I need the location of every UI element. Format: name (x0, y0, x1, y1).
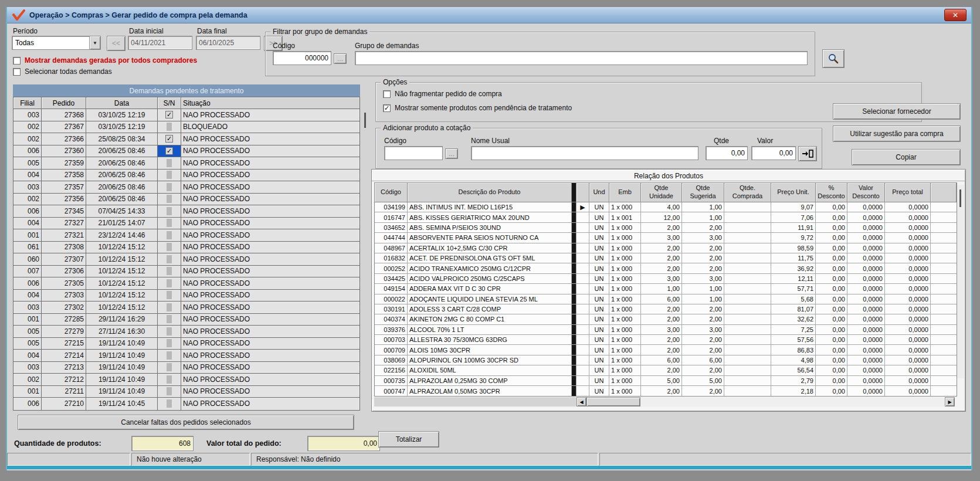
cell-descricao[interactable]: ACIDO TRANEXAMICO 250MG C/12CPR (408, 263, 572, 273)
totalizar-button[interactable]: Totalizar (378, 431, 439, 448)
cell-descricao[interactable]: ABSORVENTE PARA SEIOS NOTURNO CA (408, 233, 572, 242)
cell-codigo[interactable]: 039376 (375, 325, 408, 334)
cell-qtde_sugerida[interactable]: 6,00 (682, 355, 724, 365)
cell-und[interactable]: UN (589, 212, 609, 222)
cell-situacao[interactable]: NAO PROCESSADO (181, 266, 360, 277)
cell-pedido[interactable]: 27302 (42, 302, 86, 313)
cell-preco_unit[interactable]: 56,54 (771, 365, 816, 375)
products-vscrollbar[interactable] (957, 185, 964, 378)
cell-perc_desconto[interactable]: 0,00 (816, 274, 847, 283)
cell-pedido[interactable]: 27366 (42, 133, 86, 145)
cancelar-faltas-button[interactable]: Cancelar faltas dos pedidos selecionados (18, 415, 354, 430)
cell-preco_total[interactable]: 0,0000 (885, 233, 931, 242)
cell-filial[interactable]: 006 (13, 277, 42, 289)
cell-sn-checkbox[interactable] (158, 205, 181, 217)
row-indicator[interactable] (577, 365, 589, 375)
cell-und[interactable]: UN (589, 304, 609, 314)
cell-preco_unit[interactable]: 12,11 (771, 274, 816, 283)
cell-situacao[interactable]: NAO PROCESSADO (181, 229, 360, 241)
cell-filial[interactable]: 003 (13, 181, 42, 193)
cell-qtde_sugerida[interactable]: 2,00 (682, 314, 724, 324)
cell-preco_total[interactable]: 0,0000 (885, 365, 931, 375)
cell-descricao[interactable]: ALOIS 10MG 30CPR (408, 345, 572, 354)
cell-qtde_unidade[interactable]: 2,00 (641, 263, 682, 273)
cell-descricao[interactable]: ACERTALIX 10+2,5MG C/30 CPR (408, 243, 572, 253)
cell-qtde_sugerida[interactable]: 2,00 (682, 304, 724, 314)
row-indicator[interactable]: ▶ (577, 202, 589, 212)
cell-valor_desconto[interactable]: 0,0000 (847, 355, 885, 365)
cell-situacao[interactable]: NAO PROCESSADO (181, 194, 360, 205)
cell-emb[interactable]: 1 x 000 (609, 223, 641, 232)
cell-preco_total[interactable]: 0,0000 (885, 212, 931, 222)
nao-fragmentar-label[interactable]: Não fragmentar pedido de compra (395, 90, 502, 98)
cell-filial[interactable]: 004 (13, 350, 42, 361)
cell-qtde_unidade[interactable]: 6,00 (641, 294, 682, 304)
cell-emb[interactable]: 1 x 000 (609, 314, 641, 324)
table-row[interactable]: 0012728529/11/24 16:29NAO PROCESSADO (13, 314, 360, 326)
cell-preco_unit[interactable]: 98,59 (771, 243, 816, 253)
products-hscrollbar[interactable]: ◀ ▶ (374, 397, 955, 407)
cell-preco_total[interactable]: 0,0000 (885, 284, 931, 293)
cell-valor_desconto[interactable]: 0,0000 (847, 233, 885, 242)
cell-filial[interactable]: 003 (13, 109, 42, 121)
cell-qtde_sugerida[interactable]: 2,00 (682, 253, 724, 263)
cell-qtde_comprada[interactable] (724, 274, 771, 283)
cell-filial[interactable]: 001 (13, 229, 42, 241)
table-row[interactable]: 0032735720/06/25 08:46NAO PROCESSADO (13, 181, 360, 194)
cell-qtde_unidade[interactable]: 3,00 (641, 274, 682, 283)
table-row[interactable]: 000022ADOÇANTE LIQUIDO LINEA STEVIA 25 M… (375, 294, 957, 304)
table-row[interactable]: 022156ALOXIDIL 50MLUN1 x 0002,002,0056,5… (375, 365, 957, 375)
table-row[interactable]: 0012732123/12/24 14:46NAO PROCESSADO (13, 229, 360, 242)
row-indicator[interactable] (577, 376, 589, 385)
cell-filial[interactable]: 002 (13, 194, 42, 205)
table-row[interactable]: 0612730810/12/24 15:12NAO PROCESSADO (13, 242, 360, 254)
cell-preco_unit[interactable]: 9,72 (771, 233, 816, 242)
cell-qtde_comprada[interactable] (724, 325, 771, 334)
cell-descricao[interactable]: ADDERA MAX VIT D C 30 CPR (408, 284, 572, 293)
cell-qtde_unidade[interactable]: 2,00 (641, 314, 682, 324)
cell-data[interactable]: 03/10/25 12:19 (86, 121, 158, 133)
cell-situacao[interactable]: NAO PROCESSADO (181, 302, 360, 313)
cell-filial[interactable]: 004 (13, 290, 42, 302)
cell-qtde_sugerida[interactable]: 2,00 (682, 243, 724, 253)
cell-qtde_comprada[interactable] (724, 386, 771, 396)
chevron-down-icon[interactable]: ▼ (89, 36, 100, 49)
cell-sn-checkbox[interactable] (158, 314, 181, 326)
cell-perc_desconto[interactable]: 0,00 (816, 335, 847, 344)
cell-preco_total[interactable]: 0,0000 (885, 335, 931, 344)
cell-codigo[interactable]: 016832 (375, 253, 408, 263)
cell-sn-checkbox[interactable]: ✓ (158, 133, 181, 145)
cell-filial[interactable]: 004 (13, 218, 42, 229)
cell-qtde_comprada[interactable] (724, 376, 771, 385)
cell-data[interactable]: 20/06/25 08:46 (86, 145, 158, 157)
selecionar-todas-label[interactable]: Selecionar todas demandas (25, 67, 112, 76)
table-row[interactable]: 0052735920/06/25 08:46NAO PROCESSADO (13, 157, 360, 170)
table-row[interactable]: 0042732721/01/25 14:07NAO PROCESSADO (13, 218, 360, 230)
table-row[interactable]: 034199ABS. INTIMUS INT. MEDIO L16P15▶UN1… (375, 202, 957, 212)
cell-filial[interactable]: 005 (13, 157, 42, 169)
add-product-button[interactable] (798, 146, 817, 161)
cell-data[interactable]: 19/11/24 10:49 (86, 338, 158, 350)
add-codigo-field[interactable] (384, 146, 443, 160)
cell-und[interactable]: UN (589, 263, 609, 273)
cell-qtde_comprada[interactable] (724, 263, 771, 273)
cell-valor_desconto[interactable]: 0,0000 (847, 243, 885, 253)
hscroll-thumb[interactable] (586, 397, 640, 407)
cell-data[interactable]: 10/12/24 15:12 (86, 290, 158, 302)
cell-qtde_comprada[interactable] (724, 212, 771, 222)
table-row[interactable]: 0062736020/06/25 08:46✓NAO PROCESSADO (13, 145, 360, 158)
cell-data[interactable]: 10/12/24 15:12 (86, 253, 158, 265)
table-row[interactable]: 0022736703/10/25 12:19BLOQUEADO (13, 121, 360, 134)
nao-fragmentar-checkbox[interactable] (383, 90, 391, 98)
cell-qtde_unidade[interactable]: 6,00 (641, 355, 682, 365)
table-row[interactable]: 044744ABSORVENTE PARA SEIOS NOTURNO CAUN… (375, 233, 957, 243)
cell-sn-checkbox[interactable] (158, 194, 181, 205)
products-column-header[interactable] (931, 183, 957, 202)
table-row[interactable]: 0042721419/11/24 10:49NAO PROCESSADO (13, 350, 360, 362)
cell-und[interactable]: UN (589, 243, 609, 253)
cell-qtde_unidade[interactable]: 2,00 (641, 386, 682, 396)
cell-situacao[interactable]: NAO PROCESSADO (181, 326, 360, 337)
cell-filial[interactable]: 061 (13, 242, 42, 253)
cell-und[interactable]: UN (589, 386, 609, 396)
cell-qtde_comprada[interactable] (724, 233, 771, 242)
